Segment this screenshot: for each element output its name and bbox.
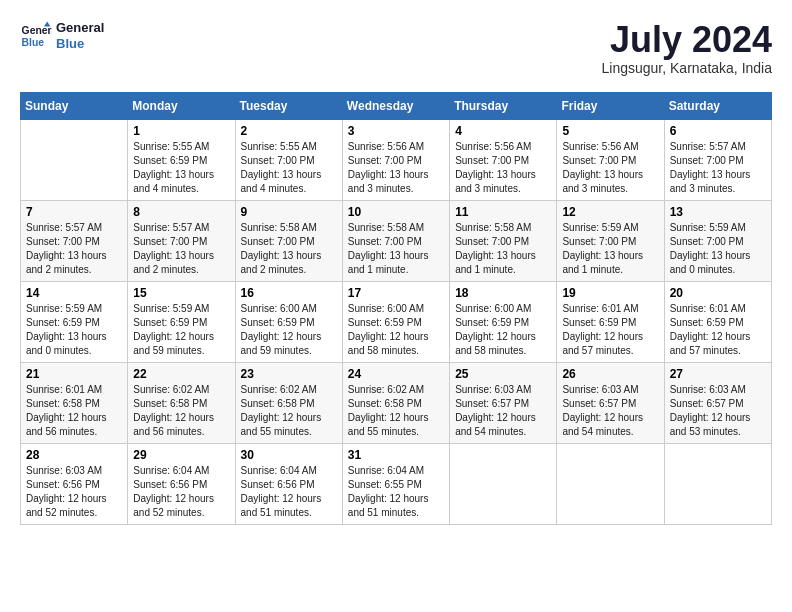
calendar-cell: 26Sunrise: 6:03 AM Sunset: 6:57 PM Dayli… <box>557 362 664 443</box>
day-info: Sunrise: 6:00 AM Sunset: 6:59 PM Dayligh… <box>241 302 337 358</box>
calendar-week-row: 21Sunrise: 6:01 AM Sunset: 6:58 PM Dayli… <box>21 362 772 443</box>
day-number: 11 <box>455 205 551 219</box>
day-number: 28 <box>26 448 122 462</box>
calendar-cell: 10Sunrise: 5:58 AM Sunset: 7:00 PM Dayli… <box>342 200 449 281</box>
day-info: Sunrise: 6:02 AM Sunset: 6:58 PM Dayligh… <box>241 383 337 439</box>
day-number: 10 <box>348 205 444 219</box>
calendar-body: 1Sunrise: 5:55 AM Sunset: 6:59 PM Daylig… <box>21 119 772 524</box>
day-number: 17 <box>348 286 444 300</box>
day-info: Sunrise: 6:00 AM Sunset: 6:59 PM Dayligh… <box>348 302 444 358</box>
day-info: Sunrise: 6:00 AM Sunset: 6:59 PM Dayligh… <box>455 302 551 358</box>
day-number: 23 <box>241 367 337 381</box>
calendar-cell: 4Sunrise: 5:56 AM Sunset: 7:00 PM Daylig… <box>450 119 557 200</box>
calendar-cell: 16Sunrise: 6:00 AM Sunset: 6:59 PM Dayli… <box>235 281 342 362</box>
day-number: 21 <box>26 367 122 381</box>
day-number: 14 <box>26 286 122 300</box>
calendar-cell: 15Sunrise: 5:59 AM Sunset: 6:59 PM Dayli… <box>128 281 235 362</box>
calendar-cell <box>450 443 557 524</box>
calendar-cell: 22Sunrise: 6:02 AM Sunset: 6:58 PM Dayli… <box>128 362 235 443</box>
calendar-cell: 14Sunrise: 5:59 AM Sunset: 6:59 PM Dayli… <box>21 281 128 362</box>
day-info: Sunrise: 5:57 AM Sunset: 7:00 PM Dayligh… <box>133 221 229 277</box>
day-info: Sunrise: 5:55 AM Sunset: 7:00 PM Dayligh… <box>241 140 337 196</box>
svg-text:General: General <box>22 25 52 36</box>
day-info: Sunrise: 5:55 AM Sunset: 6:59 PM Dayligh… <box>133 140 229 196</box>
day-info: Sunrise: 6:04 AM Sunset: 6:56 PM Dayligh… <box>133 464 229 520</box>
day-number: 4 <box>455 124 551 138</box>
day-info: Sunrise: 6:02 AM Sunset: 6:58 PM Dayligh… <box>348 383 444 439</box>
calendar-cell <box>21 119 128 200</box>
calendar-cell: 9Sunrise: 5:58 AM Sunset: 7:00 PM Daylig… <box>235 200 342 281</box>
day-number: 6 <box>670 124 766 138</box>
day-info: Sunrise: 6:04 AM Sunset: 6:56 PM Dayligh… <box>241 464 337 520</box>
day-info: Sunrise: 6:03 AM Sunset: 6:56 PM Dayligh… <box>26 464 122 520</box>
calendar-week-row: 14Sunrise: 5:59 AM Sunset: 6:59 PM Dayli… <box>21 281 772 362</box>
calendar-cell: 8Sunrise: 5:57 AM Sunset: 7:00 PM Daylig… <box>128 200 235 281</box>
day-info: Sunrise: 6:03 AM Sunset: 6:57 PM Dayligh… <box>455 383 551 439</box>
day-number: 31 <box>348 448 444 462</box>
day-info: Sunrise: 6:01 AM Sunset: 6:59 PM Dayligh… <box>670 302 766 358</box>
calendar-cell: 19Sunrise: 6:01 AM Sunset: 6:59 PM Dayli… <box>557 281 664 362</box>
day-number: 27 <box>670 367 766 381</box>
logo-text-blue: Blue <box>56 36 104 52</box>
calendar-cell: 21Sunrise: 6:01 AM Sunset: 6:58 PM Dayli… <box>21 362 128 443</box>
day-info: Sunrise: 6:01 AM Sunset: 6:58 PM Dayligh… <box>26 383 122 439</box>
day-number: 9 <box>241 205 337 219</box>
logo-icon: General Blue <box>20 20 52 52</box>
calendar-cell: 25Sunrise: 6:03 AM Sunset: 6:57 PM Dayli… <box>450 362 557 443</box>
calendar-cell: 2Sunrise: 5:55 AM Sunset: 7:00 PM Daylig… <box>235 119 342 200</box>
day-info: Sunrise: 5:59 AM Sunset: 7:00 PM Dayligh… <box>562 221 658 277</box>
day-number: 25 <box>455 367 551 381</box>
day-number: 3 <box>348 124 444 138</box>
calendar-table: SundayMondayTuesdayWednesdayThursdayFrid… <box>20 92 772 525</box>
calendar-cell: 28Sunrise: 6:03 AM Sunset: 6:56 PM Dayli… <box>21 443 128 524</box>
day-info: Sunrise: 5:56 AM Sunset: 7:00 PM Dayligh… <box>562 140 658 196</box>
day-info: Sunrise: 5:59 AM Sunset: 6:59 PM Dayligh… <box>133 302 229 358</box>
weekday-header: Sunday <box>21 92 128 119</box>
day-number: 5 <box>562 124 658 138</box>
weekday-header: Tuesday <box>235 92 342 119</box>
day-info: Sunrise: 6:01 AM Sunset: 6:59 PM Dayligh… <box>562 302 658 358</box>
calendar-week-row: 1Sunrise: 5:55 AM Sunset: 6:59 PM Daylig… <box>21 119 772 200</box>
svg-text:Blue: Blue <box>22 37 45 48</box>
weekday-header: Wednesday <box>342 92 449 119</box>
day-number: 16 <box>241 286 337 300</box>
day-number: 26 <box>562 367 658 381</box>
day-info: Sunrise: 6:03 AM Sunset: 6:57 PM Dayligh… <box>670 383 766 439</box>
day-number: 15 <box>133 286 229 300</box>
day-number: 19 <box>562 286 658 300</box>
logo: General Blue General Blue <box>20 20 104 52</box>
calendar-cell: 5Sunrise: 5:56 AM Sunset: 7:00 PM Daylig… <box>557 119 664 200</box>
weekday-header: Thursday <box>450 92 557 119</box>
calendar-cell: 6Sunrise: 5:57 AM Sunset: 7:00 PM Daylig… <box>664 119 771 200</box>
weekday-header: Monday <box>128 92 235 119</box>
calendar-week-row: 7Sunrise: 5:57 AM Sunset: 7:00 PM Daylig… <box>21 200 772 281</box>
day-number: 1 <box>133 124 229 138</box>
calendar-cell: 29Sunrise: 6:04 AM Sunset: 6:56 PM Dayli… <box>128 443 235 524</box>
day-info: Sunrise: 5:59 AM Sunset: 6:59 PM Dayligh… <box>26 302 122 358</box>
day-info: Sunrise: 6:04 AM Sunset: 6:55 PM Dayligh… <box>348 464 444 520</box>
calendar-cell: 20Sunrise: 6:01 AM Sunset: 6:59 PM Dayli… <box>664 281 771 362</box>
day-number: 30 <box>241 448 337 462</box>
svg-marker-2 <box>44 22 50 27</box>
weekday-header-row: SundayMondayTuesdayWednesdayThursdayFrid… <box>21 92 772 119</box>
calendar-cell <box>557 443 664 524</box>
weekday-header: Saturday <box>664 92 771 119</box>
calendar-cell: 23Sunrise: 6:02 AM Sunset: 6:58 PM Dayli… <box>235 362 342 443</box>
logo-text-general: General <box>56 20 104 36</box>
calendar-cell: 13Sunrise: 5:59 AM Sunset: 7:00 PM Dayli… <box>664 200 771 281</box>
day-number: 13 <box>670 205 766 219</box>
day-info: Sunrise: 6:02 AM Sunset: 6:58 PM Dayligh… <box>133 383 229 439</box>
day-info: Sunrise: 5:56 AM Sunset: 7:00 PM Dayligh… <box>455 140 551 196</box>
title-block: July 2024 Lingsugur, Karnataka, India <box>602 20 772 76</box>
calendar-cell: 18Sunrise: 6:00 AM Sunset: 6:59 PM Dayli… <box>450 281 557 362</box>
calendar-cell: 12Sunrise: 5:59 AM Sunset: 7:00 PM Dayli… <box>557 200 664 281</box>
calendar-cell: 24Sunrise: 6:02 AM Sunset: 6:58 PM Dayli… <box>342 362 449 443</box>
calendar-cell: 3Sunrise: 5:56 AM Sunset: 7:00 PM Daylig… <box>342 119 449 200</box>
calendar-cell: 31Sunrise: 6:04 AM Sunset: 6:55 PM Dayli… <box>342 443 449 524</box>
day-info: Sunrise: 5:58 AM Sunset: 7:00 PM Dayligh… <box>241 221 337 277</box>
day-info: Sunrise: 5:58 AM Sunset: 7:00 PM Dayligh… <box>455 221 551 277</box>
day-info: Sunrise: 5:57 AM Sunset: 7:00 PM Dayligh… <box>670 140 766 196</box>
day-info: Sunrise: 6:03 AM Sunset: 6:57 PM Dayligh… <box>562 383 658 439</box>
day-info: Sunrise: 5:59 AM Sunset: 7:00 PM Dayligh… <box>670 221 766 277</box>
calendar-cell: 11Sunrise: 5:58 AM Sunset: 7:00 PM Dayli… <box>450 200 557 281</box>
